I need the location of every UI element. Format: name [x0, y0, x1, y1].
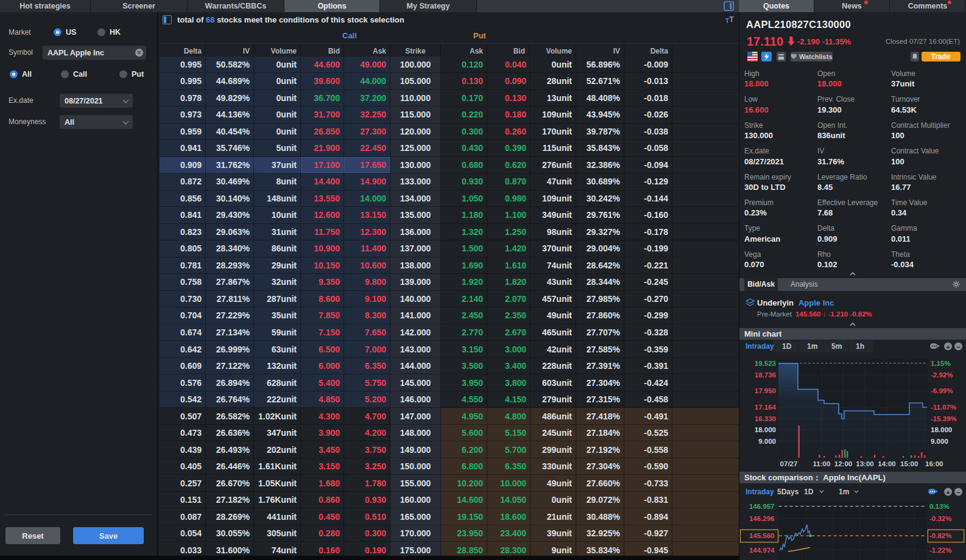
svg-text:14:00: 14:00: [878, 460, 895, 467]
svg-text:146.957: 146.957: [749, 503, 775, 510]
svg-text:15:00: 15:00: [900, 460, 918, 467]
svg-text:17.950: 17.950: [755, 387, 776, 394]
svg-text:-1.22%: -1.22%: [929, 547, 951, 554]
svg-text:07/27: 07/27: [780, 460, 798, 467]
svg-text:1.15%: 1.15%: [931, 360, 951, 367]
svg-text:-2.92%: -2.92%: [931, 371, 953, 379]
svg-text:-0.32%: -0.32%: [929, 515, 951, 522]
svg-text:18.000: 18.000: [755, 426, 776, 433]
svg-text:13:00: 13:00: [856, 460, 873, 467]
svg-text:9.000: 9.000: [931, 438, 948, 445]
svg-text:19.523: 19.523: [755, 360, 776, 367]
svg-text:12:00: 12:00: [834, 460, 852, 467]
svg-text:-0.82%: -0.82%: [929, 532, 951, 539]
svg-text:-15.39%: -15.39%: [931, 415, 957, 422]
svg-text:18.736: 18.736: [755, 371, 776, 379]
svg-text:-11.07%: -11.07%: [931, 404, 956, 411]
svg-text:144.974: 144.974: [749, 547, 775, 554]
svg-text:146.296: 146.296: [749, 515, 775, 522]
svg-text:-6.99%: -6.99%: [931, 387, 953, 394]
svg-text:18.000: 18.000: [931, 426, 952, 433]
svg-text:16:00: 16:00: [925, 460, 943, 467]
svg-text:17.164: 17.164: [755, 404, 777, 411]
svg-text:11:00: 11:00: [813, 460, 831, 467]
svg-text:9.000: 9.000: [758, 438, 776, 445]
svg-text:0.13%: 0.13%: [929, 503, 950, 510]
svg-text:16.330: 16.330: [755, 415, 776, 422]
svg-text:145.560: 145.560: [749, 532, 775, 539]
